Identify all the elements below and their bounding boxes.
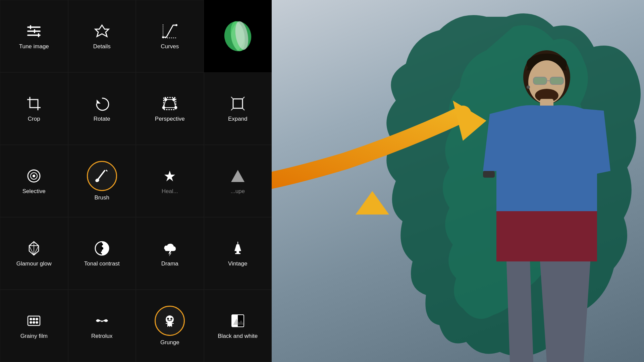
svg-point-55: [170, 318, 172, 320]
rotate-label: Rotate: [94, 116, 110, 122]
svg-marker-14: [97, 100, 101, 104]
tool-grainy-film[interactable]: Grainy film: [0, 290, 68, 362]
svg-rect-3: [30, 25, 31, 29]
svg-point-71: [527, 85, 530, 89]
svg-marker-31: [231, 170, 245, 182]
svg-line-28: [98, 171, 105, 179]
svg-line-24: [243, 108, 245, 110]
svg-point-46: [30, 318, 32, 320]
retrolux-label: Retrolux: [91, 333, 112, 340]
arrow-annotation: [272, 94, 506, 201]
black-and-white-label: Black and white: [218, 333, 258, 340]
vintage-icon: [229, 240, 247, 257]
svg-point-38: [101, 247, 103, 250]
glamour-glow-label: Glamour glow: [16, 260, 52, 267]
svg-point-40: [101, 243, 103, 245]
tool-grunge[interactable]: Grunge: [136, 290, 204, 362]
svg-point-26: [33, 175, 35, 177]
brush-icon: [95, 169, 109, 183]
tonal-contrast-icon: [93, 240, 111, 257]
svg-point-54: [167, 318, 169, 320]
crop-label: Crop: [28, 116, 40, 122]
perspective-label: Perspective: [155, 116, 185, 122]
grainy-film-label: Grainy film: [20, 333, 48, 340]
grunge-label: Grunge: [160, 339, 179, 346]
person-figure: [456, 44, 624, 362]
selective-icon: [25, 167, 43, 185]
tonal-contrast-label: Tonal contrast: [84, 260, 120, 267]
drama-label: Drama: [161, 260, 178, 267]
tool-expand[interactable]: Expand: [204, 72, 272, 145]
tool-drama[interactable]: Drama: [136, 217, 204, 290]
svg-point-48: [36, 318, 38, 320]
svg-rect-0: [27, 26, 41, 28]
svg-rect-4: [34, 29, 35, 33]
svg-marker-6: [95, 25, 109, 37]
details-icon: [93, 22, 111, 40]
hdr-label: ...upe: [230, 188, 245, 195]
svg-line-34: [29, 246, 34, 255]
svg-rect-68: [533, 77, 547, 84]
tool-tune-image[interactable]: Tune image: [0, 0, 68, 72]
tool-hdr[interactable]: ...upe: [204, 145, 272, 217]
glamour-glow-icon: [25, 240, 43, 257]
healing-label: Heal...: [162, 188, 178, 195]
tool-perspective[interactable]: Perspective: [136, 72, 204, 145]
svg-point-19: [173, 99, 175, 101]
svg-line-21: [231, 97, 233, 99]
tune-image-icon: [25, 22, 43, 40]
tool-curves[interactable]: Curves: [136, 0, 204, 72]
svg-rect-42: [236, 251, 239, 253]
tool-brush[interactable]: Brush: [68, 145, 136, 217]
svg-marker-76: [356, 191, 389, 215]
crop-icon: [25, 95, 43, 112]
perspective-icon: [161, 95, 178, 112]
svg-point-8: [175, 24, 177, 26]
expand-icon: [229, 95, 247, 112]
svg-point-39: [101, 251, 103, 253]
svg-point-18: [165, 99, 167, 101]
tune-image-label: Tune image: [19, 43, 49, 50]
svg-point-51: [36, 321, 38, 323]
tool-healing[interactable]: Heal...: [136, 145, 204, 217]
svg-line-22: [243, 97, 245, 99]
tool-vintage[interactable]: Vintage: [204, 217, 272, 290]
svg-line-35: [34, 246, 39, 255]
grainy-film-icon: [25, 312, 43, 329]
svg-rect-20: [233, 99, 243, 108]
tool-retrolux[interactable]: Retrolux: [68, 290, 136, 362]
svg-line-23: [231, 108, 233, 110]
details-label: Details: [93, 43, 111, 50]
svg-marker-41: [168, 251, 172, 256]
drama-icon: [161, 240, 178, 257]
svg-rect-45: [28, 316, 40, 325]
snapseed-logo-icon: [221, 19, 255, 53]
grunge-icon: [162, 313, 177, 328]
small-arrow-annotation: [345, 188, 399, 268]
tool-black-and-white[interactable]: Black and white: [204, 290, 272, 362]
svg-line-30: [106, 170, 107, 171]
svg-point-52: [166, 315, 174, 323]
brush-label: Brush: [95, 194, 109, 201]
vintage-label: Vintage: [228, 260, 247, 267]
snapseed-logo-cell: [204, 0, 272, 72]
retrolux-icon: [93, 312, 111, 329]
svg-rect-43: [235, 253, 240, 254]
svg-point-47: [33, 318, 35, 320]
expand-label: Expand: [228, 116, 248, 122]
tool-tonal-contrast[interactable]: Tonal contrast: [68, 217, 136, 290]
tool-selective[interactable]: Selective: [0, 145, 68, 217]
svg-rect-69: [550, 77, 564, 84]
svg-point-50: [33, 321, 35, 323]
healing-icon: [161, 167, 178, 185]
rotate-icon: [93, 95, 111, 112]
tool-crop[interactable]: Crop: [0, 72, 68, 145]
svg-rect-5: [38, 33, 39, 37]
tool-glamour-glow[interactable]: Glamour glow: [0, 217, 68, 290]
tool-details[interactable]: Details: [68, 0, 136, 72]
hdr-icon: [229, 167, 247, 185]
tool-rotate[interactable]: Rotate: [68, 72, 136, 145]
svg-marker-75: [453, 101, 486, 141]
svg-point-49: [30, 321, 32, 323]
curves-label: Curves: [161, 43, 179, 50]
